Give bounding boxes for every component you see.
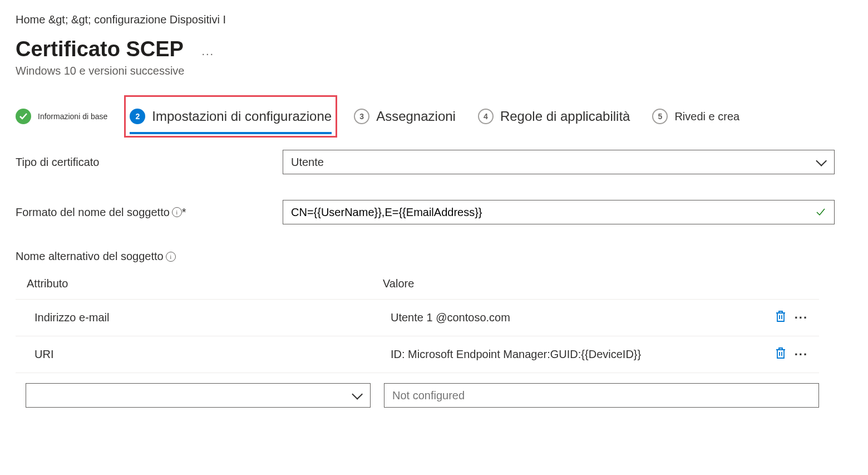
- san-section-title: Nome alternativo del soggetto i: [16, 250, 868, 263]
- san-row-val: ID: Microsoft Endpoint Manager:GUID:{{De…: [383, 348, 752, 361]
- chevron-down-icon: [816, 155, 827, 167]
- subject-format-label: Formato del nome del soggetto i *: [16, 206, 283, 219]
- wizard-step-label: Rivedi e crea: [674, 110, 739, 123]
- row-more-icon[interactable]: ···: [795, 311, 808, 325]
- san-add-value-input-wrap[interactable]: [384, 383, 819, 408]
- wizard-step-basics[interactable]: Informazioni di base: [16, 109, 107, 124]
- subject-format-input-wrap[interactable]: [283, 200, 835, 224]
- row-more-icon[interactable]: ···: [795, 347, 808, 362]
- page-title: Certificato SCEP: [16, 37, 184, 61]
- san-row-attr: Indirizzo e-mail: [27, 311, 383, 324]
- more-actions-icon[interactable]: ···: [201, 47, 214, 60]
- cert-type-label: Tipo di certificato: [16, 156, 283, 169]
- breadcrumb[interactable]: Home &gt; &gt; configurazione Dispositiv…: [0, 0, 868, 26]
- cert-type-select[interactable]: Utente: [283, 150, 835, 174]
- san-add-value-input[interactable]: [392, 389, 811, 402]
- valid-check-icon: [815, 207, 826, 218]
- step-number-icon: 3: [354, 109, 369, 124]
- trash-icon[interactable]: [775, 310, 787, 326]
- step-number-icon: 5: [652, 109, 668, 124]
- cert-type-value: Utente: [291, 156, 324, 169]
- wizard-step-configuration[interactable]: 2 Impostazioni di configurazione: [130, 109, 332, 124]
- table-row: URI ID: Microsoft Endpoint Manager:GUID:…: [16, 336, 819, 373]
- wizard-step-applicability[interactable]: 4 Regole di applicabilità: [478, 109, 630, 124]
- wizard-step-label: Assegnazioni: [376, 109, 456, 124]
- trash-icon[interactable]: [775, 346, 787, 363]
- san-row-val: Utente 1 @contoso.com: [383, 311, 752, 324]
- san-row-attr: URI: [27, 348, 383, 361]
- wizard-step-label: Informazioni di base: [38, 112, 107, 121]
- info-icon[interactable]: i: [172, 207, 182, 217]
- table-row: Indirizzo e-mail Utente 1 @contoso.com ·…: [16, 300, 819, 336]
- wizard-step-assignments[interactable]: 3 Assegnazioni: [354, 109, 456, 124]
- wizard-step-review[interactable]: 5 Rivedi e crea: [652, 109, 739, 124]
- subject-format-input[interactable]: [291, 206, 826, 219]
- wizard-step-label: Impostazioni di configurazione: [152, 109, 332, 124]
- info-icon[interactable]: i: [166, 252, 176, 262]
- san-add-attribute-select[interactable]: [26, 383, 371, 408]
- col-header-value: Valore: [383, 277, 752, 290]
- active-step-underline: [130, 132, 332, 134]
- step-number-icon: 2: [130, 109, 145, 124]
- check-icon: [16, 109, 31, 124]
- page-subtitle: Windows 10 e versioni successive: [0, 61, 868, 77]
- col-header-attribute: Attributo: [27, 277, 383, 290]
- required-asterisk: *: [182, 206, 186, 219]
- san-table: Attributo Valore Indirizzo e-mail Utente…: [16, 277, 852, 373]
- step-number-icon: 4: [478, 109, 494, 124]
- wizard-step-label: Regole di applicabilità: [500, 109, 630, 124]
- wizard-steps: Informazioni di base 2 Impostazioni di c…: [16, 109, 868, 124]
- chevron-down-icon: [352, 389, 363, 400]
